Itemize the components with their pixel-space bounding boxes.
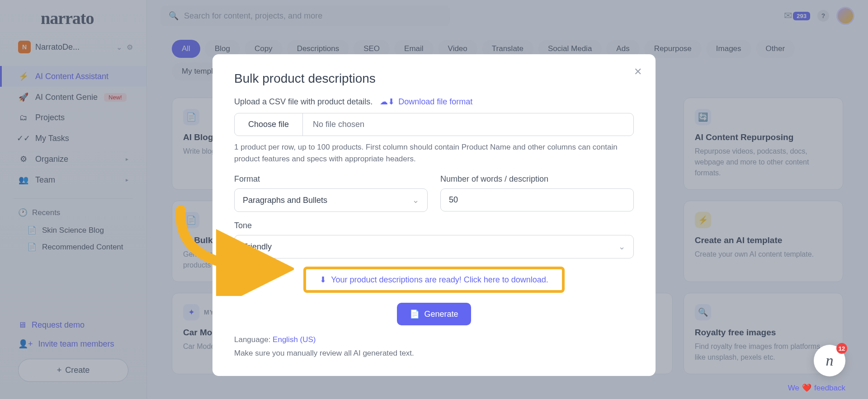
tone-select[interactable]: Friendly ⌄ — [234, 235, 634, 258]
chat-unread-badge: 12 — [836, 343, 847, 354]
upload-row: Upload a CSV file with product details. … — [234, 97, 634, 107]
helper-text: 1 product per row, up to 100 products. F… — [234, 141, 634, 164]
chevron-down-icon: ⌄ — [412, 195, 419, 205]
ready-highlight: ⬇ Your product descriptions are ready! C… — [303, 267, 565, 293]
language-link[interactable]: English (US) — [273, 335, 316, 344]
file-input[interactable]: Choose file No file chosen — [234, 113, 634, 136]
modal-title: Bulk product descriptions — [234, 71, 634, 86]
close-icon[interactable]: ✕ — [634, 66, 642, 78]
download-icon: ⬇ — [320, 275, 326, 285]
chevron-down-icon: ⌄ — [618, 242, 625, 252]
download-ready-link[interactable]: ⬇ Your product descriptions are ready! C… — [320, 275, 548, 285]
heart-icon: ❤️ — [802, 383, 811, 393]
format-select[interactable]: Paragraphs and Bullets ⌄ — [234, 188, 428, 212]
modal-bulk-descriptions: ✕ Bulk product descriptions Upload a CSV… — [212, 54, 656, 376]
cloud-download-icon: ☁⬇ — [380, 97, 395, 107]
upload-label: Upload a CSV file with product details. — [234, 97, 373, 107]
tone-label: Tone — [234, 221, 634, 230]
file-icon: 📄 — [410, 309, 420, 319]
generate-button[interactable]: 📄 Generate — [397, 303, 471, 325]
review-text: Make sure you manually review all AI gen… — [234, 349, 634, 358]
words-label: Number of words / description — [440, 174, 634, 184]
chat-widget[interactable]: n 12 — [814, 345, 845, 376]
file-status: No file chosen — [303, 113, 374, 136]
feedback-link[interactable]: We ❤️ feedback — [788, 383, 845, 393]
language-row: Language: English (US) — [234, 335, 634, 344]
words-input[interactable]: 50 — [440, 188, 634, 211]
choose-file-button[interactable]: Choose file — [235, 113, 303, 136]
download-format-link[interactable]: ☁⬇ Download file format — [380, 97, 472, 107]
modal-overlay: ✕ Bulk product descriptions Upload a CSV… — [0, 0, 868, 399]
format-label: Format — [234, 174, 428, 184]
